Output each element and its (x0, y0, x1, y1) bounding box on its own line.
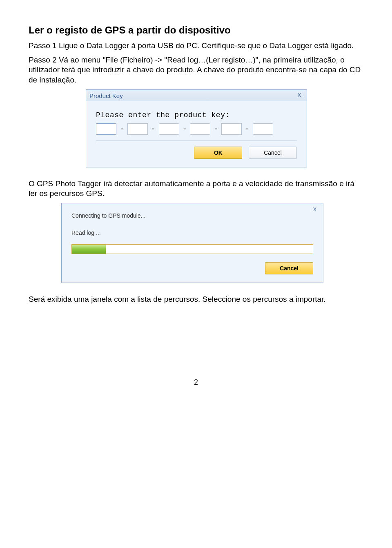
product-key-input-5[interactable] (221, 123, 242, 135)
ok-button[interactable]: OK (194, 147, 242, 159)
product-key-input-6[interactable] (253, 123, 273, 135)
progress-fill (72, 245, 106, 254)
progress-bar (71, 244, 313, 254)
paragraph-step2: Passo 2 Vá ao menu "File (Ficheiro) -> "… (29, 55, 363, 85)
paragraph-autodetect: O GPS Photo Tagger irá detectar automati… (29, 179, 363, 199)
cancel-button[interactable]: Cancel (265, 262, 313, 274)
dash: - (119, 125, 125, 133)
dash: - (182, 125, 188, 133)
status-connecting: Connecting to GPS module... (71, 212, 313, 219)
status-readlog: Read log ... (71, 229, 313, 236)
product-key-dialog: Product Key x Please enter the product k… (86, 89, 307, 167)
close-icon[interactable]: x (311, 206, 319, 213)
product-key-input-1[interactable] (96, 123, 116, 135)
dialog-title: Product Key (86, 90, 307, 101)
product-key-input-4[interactable] (190, 123, 210, 135)
product-key-input-2[interactable] (127, 123, 148, 135)
product-key-row: - - - - - (96, 123, 297, 135)
dash: - (244, 125, 250, 133)
page-title: Ler o registo de GPS a partir do disposi… (29, 25, 363, 36)
product-key-prompt: Please enter the product key: (96, 111, 297, 119)
product-key-input-3[interactable] (159, 123, 179, 135)
paragraph-step1: Passo 1 Ligue o Data Logger à porta USB … (29, 41, 363, 51)
divider (96, 140, 297, 141)
progress-dialog: x Connecting to GPS module... Read log .… (61, 203, 323, 283)
page-number: 2 (29, 378, 363, 387)
dash: - (213, 125, 219, 133)
dash: - (150, 125, 156, 133)
paragraph-tracklist: Será exibida uma janela com a lista de p… (29, 294, 363, 305)
close-icon[interactable]: x (295, 91, 303, 99)
cancel-button[interactable]: Cancel (249, 147, 297, 159)
